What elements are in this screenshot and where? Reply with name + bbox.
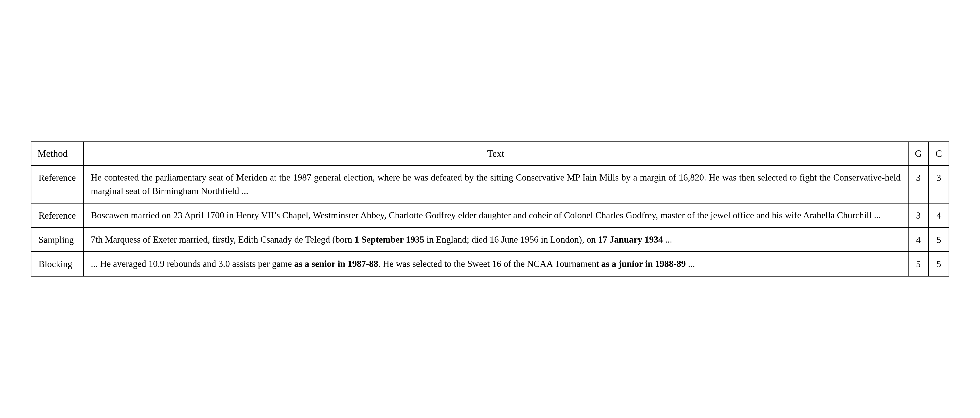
- c-cell: 5: [929, 228, 949, 252]
- table-row: ReferenceHe contested the parliamentary …: [31, 166, 949, 203]
- text-cell: He contested the parliamentary seat of M…: [83, 166, 908, 203]
- header-row: Method Text G C: [31, 142, 949, 166]
- g-header: G: [908, 142, 929, 166]
- table-row: ReferenceBoscawen married on 23 April 17…: [31, 203, 949, 227]
- bold-text: 1 September 1935: [355, 235, 424, 245]
- bold-text: 17 January 1934: [598, 235, 663, 245]
- text-header: Text: [83, 142, 908, 166]
- regular-text: ...: [686, 258, 695, 269]
- method-cell: Blocking: [31, 252, 83, 276]
- regular-text: ...: [663, 235, 672, 245]
- c-header: C: [929, 142, 949, 166]
- text-cell: ... He averaged 10.9 rebounds and 3.0 as…: [83, 252, 908, 276]
- g-cell: 4: [908, 228, 929, 252]
- regular-text: ... He averaged 10.9 rebounds and 3.0 as…: [91, 258, 294, 269]
- bold-text: as a junior in 1988-89: [601, 258, 686, 269]
- method-cell: Reference: [31, 203, 83, 227]
- text-cell: 7th Marquess of Exeter married, firstly,…: [83, 228, 908, 252]
- bold-text: as a senior in 1987-88: [294, 258, 378, 269]
- c-cell: 4: [929, 203, 949, 227]
- regular-text: . He was selected to the Sweet 16 of the…: [378, 258, 601, 269]
- c-cell: 3: [929, 166, 949, 203]
- regular-text: in England; died 16 June 1956 in London)…: [424, 235, 598, 245]
- table-row: Sampling7th Marquess of Exeter married, …: [31, 228, 949, 252]
- results-table: Method Text G C ReferenceHe contested th…: [30, 142, 950, 276]
- g-cell: 5: [908, 252, 929, 276]
- g-cell: 3: [908, 166, 929, 203]
- table-row: Blocking... He averaged 10.9 rebounds an…: [31, 252, 949, 276]
- regular-text: Boscawen married on 23 April 1700 in Hen…: [91, 210, 881, 220]
- method-cell: Reference: [31, 166, 83, 203]
- text-cell: Boscawen married on 23 April 1700 in Hen…: [83, 203, 908, 227]
- g-cell: 3: [908, 203, 929, 227]
- regular-text: 7th Marquess of Exeter married, firstly,…: [91, 235, 355, 245]
- main-container: Method Text G C ReferenceHe contested th…: [30, 142, 950, 276]
- method-cell: Sampling: [31, 228, 83, 252]
- regular-text: He contested the parliamentary seat of M…: [91, 172, 900, 196]
- method-header: Method: [31, 142, 83, 166]
- c-cell: 5: [929, 252, 949, 276]
